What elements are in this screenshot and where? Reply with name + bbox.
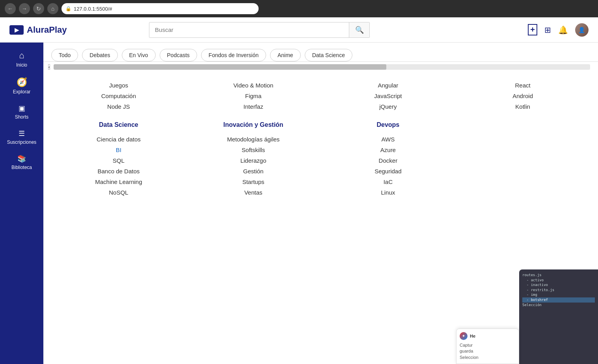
search-input[interactable] xyxy=(149,22,349,37)
vscode-overlay: routes.js - activo - inactivo - restrito… xyxy=(519,269,598,364)
subscriptions-icon: ☰ xyxy=(19,129,25,138)
cat-item-nodejs[interactable]: Node JS xyxy=(59,101,178,112)
cat-item-video-motion[interactable]: Video & Motion xyxy=(194,80,313,91)
overlay-line-3: - inactivo xyxy=(522,282,595,288)
logo[interactable]: ▶ AluraPlay xyxy=(9,25,67,35)
filter-tabs: Todo Debates En Vivo Podcasts Fondos de … xyxy=(43,43,598,62)
cat-item-android[interactable]: Android xyxy=(463,91,582,101)
cat-title-devops: Devops xyxy=(329,121,448,128)
cat-item-bi[interactable]: BI xyxy=(59,145,178,155)
cat-title-data-science: Data Science xyxy=(59,121,178,128)
category-column-2: Video & Motion Figma Interfaz Inovación … xyxy=(186,76,321,202)
cat-item-interfaz[interactable]: Interfaz xyxy=(194,101,313,112)
helper-panel: ✦ He Captur guarda Seleccion xyxy=(456,329,519,364)
categories-area: Juegos Computación Node JS Data Science … xyxy=(43,72,598,364)
home-icon: ⌂ xyxy=(19,50,24,61)
forward-button[interactable]: → xyxy=(19,3,30,14)
app-body: ⌂ Inicio 🧭 Explorar ▣ Shorts ☰ Suscripci… xyxy=(0,43,598,364)
tab-podcasts[interactable]: Podcasts xyxy=(160,49,197,61)
notifications-button[interactable]: 🔔 xyxy=(558,25,568,35)
overlay-line-6: - botshref xyxy=(522,297,595,303)
cat-item-banco-datos[interactable]: Banco de Datos xyxy=(59,166,178,176)
cat-item-figma[interactable]: Figma xyxy=(194,91,313,101)
logo-text: AluraPlay xyxy=(27,25,67,35)
categories-grid: Juegos Computación Node JS Data Science … xyxy=(51,76,590,202)
header: ▶ AluraPlay 🔍 + ⊞ 🔔 👤 xyxy=(0,17,598,43)
add-video-button[interactable]: + xyxy=(528,24,537,35)
main-content: Todo Debates En Vivo Podcasts Fondos de … xyxy=(43,43,598,364)
cat-item-react[interactable]: React xyxy=(463,80,582,91)
overlay-line-5: - img xyxy=(522,292,595,297)
scroll-left-button[interactable]: ‹ xyxy=(48,64,50,70)
cat-item-gestion[interactable]: Gestión xyxy=(194,166,313,176)
search-container: 🔍 xyxy=(149,22,370,38)
helper-icon: ✦ xyxy=(460,332,468,340)
cat-item-metodologias[interactable]: Metodologías ágiles xyxy=(194,134,313,145)
helper-header: ✦ He xyxy=(460,332,516,340)
home-button[interactable]: ⌂ xyxy=(47,3,58,14)
cat-item-machine-learning[interactable]: Machine Learning xyxy=(59,176,178,187)
tab-debates[interactable]: Debates xyxy=(82,49,117,61)
tab-data-science[interactable]: Data Science xyxy=(305,49,352,61)
address-bar[interactable]: 🔒 127.0.0.1:5500/# xyxy=(61,3,259,14)
browser-chrome: ← → ↻ ⌂ 🔒 127.0.0.1:5500/# xyxy=(0,0,598,17)
sidebar-item-shorts[interactable]: ▣ Shorts xyxy=(0,99,43,124)
cat-item-docker[interactable]: Docker xyxy=(329,155,448,166)
sidebar-label-explorar: Explorar xyxy=(13,89,31,95)
sidebar-label-inicio: Inicio xyxy=(16,62,27,68)
overlay-line-2: - activo xyxy=(522,278,595,283)
search-icon: 🔍 xyxy=(355,26,364,34)
cat-item-liderazgo[interactable]: Liderazgo xyxy=(194,155,313,166)
cat-title-inovacion: Inovación y Gestión xyxy=(194,121,313,128)
tab-anime[interactable]: Anime xyxy=(270,49,301,61)
helper-body: Captur guarda Seleccion xyxy=(460,342,516,360)
cat-item-linux[interactable]: Linux xyxy=(329,187,448,198)
avatar[interactable]: 👤 xyxy=(575,23,589,37)
cat-item-startups[interactable]: Startups xyxy=(194,176,313,187)
helper-text-1: Captur xyxy=(460,342,516,348)
tab-fondos[interactable]: Fondos de Inversión xyxy=(201,49,266,61)
cat-item-juegos[interactable]: Juegos xyxy=(59,80,178,91)
cat-item-kotlin[interactable]: Kotlin xyxy=(463,101,582,112)
sidebar-label-suscripciones: Suscripciones xyxy=(7,139,37,145)
search-button[interactable]: 🔍 xyxy=(349,22,369,37)
tab-todo[interactable]: Todo xyxy=(51,49,78,61)
scrollbar-thumb xyxy=(54,64,386,70)
cat-item-iac[interactable]: IaC xyxy=(329,176,448,187)
cat-item-angular[interactable]: Angular xyxy=(329,80,448,91)
grid-button[interactable]: ⊞ xyxy=(544,25,551,35)
horizontal-scrollbar-area: ‹ xyxy=(51,64,590,70)
grid-icon: ⊞ xyxy=(544,25,551,35)
sidebar-item-inicio[interactable]: ⌂ Inicio xyxy=(0,46,43,72)
category-column-4: React Android Kotlin xyxy=(455,76,590,202)
cat-item-ventas[interactable]: Ventas xyxy=(194,187,313,198)
cat-item-aws[interactable]: AWS xyxy=(329,134,448,145)
reload-button[interactable]: ↻ xyxy=(33,3,44,14)
overlay-line-1: routes.js xyxy=(522,273,595,278)
cat-item-nosql[interactable]: NoSQL xyxy=(59,187,178,198)
helper-title: He xyxy=(470,334,475,338)
overlay-line-4: - restrito.js xyxy=(522,288,595,293)
cat-item-computacion[interactable]: Computación xyxy=(59,91,178,101)
helper-text-2: guarda xyxy=(460,348,516,354)
cat-item-azure[interactable]: Azure xyxy=(329,145,448,155)
cat-item-softskills[interactable]: Softskills xyxy=(194,145,313,155)
cat-item-jquery[interactable]: jQuery xyxy=(329,101,448,112)
sidebar-label-biblioteca: Biblioteca xyxy=(11,165,32,170)
cat-item-javascript[interactable]: JavaScript xyxy=(329,91,448,101)
back-button[interactable]: ← xyxy=(5,3,16,14)
sidebar-item-explorar[interactable]: 🧭 Explorar xyxy=(0,72,43,99)
sidebar-item-biblioteca[interactable]: 📚 Biblioteca xyxy=(0,150,43,175)
tab-en-vivo[interactable]: En Vivo xyxy=(122,49,156,61)
cat-item-ciencia-datos[interactable]: Ciencia de datos xyxy=(59,134,178,145)
header-actions: + ⊞ 🔔 👤 xyxy=(528,23,589,37)
avatar-image: 👤 xyxy=(575,23,589,37)
cat-item-sql[interactable]: SQL xyxy=(59,155,178,166)
security-icon: 🔒 xyxy=(65,6,71,11)
library-icon: 📚 xyxy=(17,154,26,163)
category-column-3: Angular JavaScript jQuery Devops AWS Azu… xyxy=(321,76,456,202)
sidebar-item-suscripciones[interactable]: ☰ Suscripciones xyxy=(0,124,43,150)
cat-item-seguridad[interactable]: Seguridad xyxy=(329,166,448,176)
overlay-line-7: Selección xyxy=(522,303,595,308)
scrollbar-track xyxy=(54,64,590,70)
